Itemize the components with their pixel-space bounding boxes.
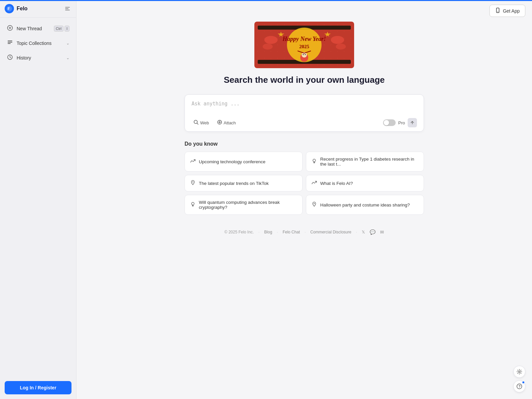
topic-collections-icon xyxy=(7,40,13,47)
svg-point-24 xyxy=(263,44,273,50)
svg-point-22 xyxy=(264,36,278,44)
new-thread-label: New Thread xyxy=(17,26,51,31)
history-chevron-icon: ⌄ xyxy=(66,56,69,60)
x-icon[interactable]: 𝕏 xyxy=(362,230,365,234)
send-button[interactable] xyxy=(408,118,417,127)
commercial-disclosure-link[interactable]: Commercial Disclosure xyxy=(310,230,351,234)
pro-toggle-switch[interactable] xyxy=(383,119,396,126)
sidebar-item-history[interactable]: History ⌄ xyxy=(2,51,74,65)
web-search-button[interactable]: Web xyxy=(192,118,211,127)
sidebar-footer: Log In / Register xyxy=(0,376,76,399)
suggestion-icon-5 xyxy=(312,201,317,208)
svg-text:?: ? xyxy=(519,385,521,388)
content-center: Happy New Year! 2025 xyxy=(76,22,532,225)
suggestion-card-1[interactable]: Recent progress in Type 1 diabetes resea… xyxy=(306,152,424,172)
svg-point-42 xyxy=(313,159,316,162)
svg-rect-4 xyxy=(65,10,70,11)
svg-rect-9 xyxy=(8,42,12,43)
svg-text:F: F xyxy=(8,7,10,11)
suggestion-card-3[interactable]: What is Felo AI? xyxy=(306,175,424,192)
svg-point-31 xyxy=(305,54,306,55)
svg-line-37 xyxy=(197,123,199,125)
topic-collections-label: Topic Collections xyxy=(17,41,63,46)
search-input[interactable] xyxy=(192,101,417,114)
svg-rect-8 xyxy=(8,41,12,41)
suggestion-icon-2 xyxy=(190,180,196,187)
svg-rect-2 xyxy=(65,7,70,8)
svg-text:2025: 2025 xyxy=(299,44,309,49)
sidebar-header: F Felo xyxy=(0,0,76,18)
history-label: History xyxy=(17,55,63,61)
topic-collections-chevron-icon: ⌄ xyxy=(66,41,69,46)
suggestion-text-5: Halloween party and costume ideas sharin… xyxy=(320,202,410,207)
get-app-label: Get App xyxy=(503,8,520,14)
floating-action-icons: ? xyxy=(513,366,525,392)
sidebar-navigation: New Thread Ctrl I Topic Collections ⌄ xyxy=(0,18,76,376)
new-year-banner: Happy New Year! 2025 xyxy=(254,22,354,68)
help-button[interactable]: ? xyxy=(513,380,525,392)
pro-toggle: Pro xyxy=(383,118,417,127)
settings-button[interactable] xyxy=(513,366,525,378)
sidebar: F Felo New Thread C xyxy=(0,0,76,399)
blog-link[interactable]: Blog xyxy=(264,230,272,234)
svg-point-51 xyxy=(314,203,315,204)
copyright: © 2025 Felo Inc. xyxy=(224,230,254,234)
collapse-sidebar-button[interactable] xyxy=(64,5,71,13)
suggestions-grid: Upcoming technology conference Recent pr… xyxy=(185,152,424,215)
svg-point-30 xyxy=(303,54,304,55)
svg-text:Happy New Year!: Happy New Year! xyxy=(282,36,326,42)
page-footer: © 2025 Felo Inc. · Blog · Felo Chat · Co… xyxy=(76,225,532,241)
suggestion-icon-0 xyxy=(190,158,196,165)
new-thread-icon xyxy=(7,25,13,32)
suggestion-card-4[interactable]: Will quantum computing advances break cr… xyxy=(185,195,303,215)
chat-icon[interactable]: 💬 xyxy=(370,229,375,235)
attach-button[interactable]: Attach xyxy=(215,118,238,127)
history-icon xyxy=(7,54,13,62)
suggestion-icon-3 xyxy=(312,180,317,187)
suggestion-card-0[interactable]: Upcoming technology conference xyxy=(185,152,303,172)
suggestion-icon-4 xyxy=(190,201,196,208)
suggestion-icon-1 xyxy=(312,158,317,165)
suggestion-text-4: Will quantum computing advances break cr… xyxy=(199,200,297,210)
search-toolbar: Web Attach Pro xyxy=(192,118,417,127)
svg-point-25 xyxy=(336,44,346,50)
login-register-button[interactable]: Log In / Register xyxy=(5,381,71,394)
svg-point-52 xyxy=(519,371,520,373)
phone-icon xyxy=(495,8,500,14)
logo-area: F Felo xyxy=(5,4,28,13)
suggestion-card-5[interactable]: Halloween party and costume ideas sharin… xyxy=(306,195,424,215)
svg-point-46 xyxy=(193,182,194,183)
svg-point-47 xyxy=(192,202,194,205)
suggestion-card-2[interactable]: The latest popular trends on TikTok xyxy=(185,175,303,192)
suggestion-text-2: The latest popular trends on TikTok xyxy=(199,181,269,186)
svg-point-23 xyxy=(331,36,344,44)
new-thread-shortcut: Ctrl I xyxy=(54,26,69,32)
search-icon xyxy=(194,120,199,126)
felo-logo-icon: F xyxy=(5,4,14,13)
sidebar-item-new-thread[interactable]: New Thread Ctrl I xyxy=(2,22,74,36)
tagline: Search the world in your own language xyxy=(224,75,385,85)
toggle-thumb xyxy=(384,120,389,125)
suggestion-text-1: Recent progress in Type 1 diabetes resea… xyxy=(320,157,418,167)
notification-dot xyxy=(522,381,525,384)
get-app-button[interactable]: Get App xyxy=(489,5,525,17)
app-title: Felo xyxy=(17,6,28,12)
felo-chat-link[interactable]: Felo Chat xyxy=(283,230,300,234)
suggestion-text-3: What is Felo AI? xyxy=(320,181,353,186)
svg-rect-13 xyxy=(497,12,498,12)
top-bar: Get App xyxy=(76,0,532,22)
suggestion-text-0: Upcoming technology conference xyxy=(199,159,265,164)
search-box: Web Attach Pro xyxy=(185,94,424,132)
svg-rect-3 xyxy=(65,8,68,9)
do-you-know-title: Do you know xyxy=(185,141,424,147)
svg-rect-10 xyxy=(8,43,11,44)
pro-label: Pro xyxy=(398,120,405,125)
do-you-know-section: Do you know Upcoming technology conferen… xyxy=(185,141,424,215)
sidebar-item-topic-collections[interactable]: Topic Collections ⌄ xyxy=(2,36,74,50)
main-content: Get App Happy New Ye xyxy=(76,0,532,399)
email-icon[interactable]: ✉ xyxy=(380,229,384,235)
attach-icon xyxy=(217,120,222,126)
